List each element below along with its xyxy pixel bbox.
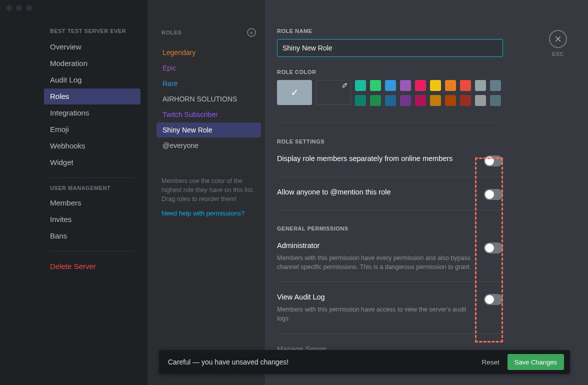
separator <box>162 161 256 162</box>
perm-view-audit-log-desc: Members with this permission have access… <box>277 305 477 323</box>
color-swatch[interactable] <box>460 80 471 91</box>
roles-list-column: ROLES + LegendaryEpicRareAIRHORN SOLUTIO… <box>148 0 265 385</box>
separator <box>49 251 136 252</box>
color-swatch[interactable] <box>355 95 366 106</box>
sidebar-item-invites[interactable]: Invites <box>44 212 140 228</box>
color-swatch[interactable] <box>490 80 501 91</box>
perm-administrator-label: Administrator <box>277 242 477 250</box>
general-permissions-header: GENERAL PERMISSIONS <box>277 226 503 232</box>
server-name-header: BEST TEST SERVER EVER <box>44 28 140 34</box>
close-esc-label: ESC <box>549 51 567 57</box>
color-swatch[interactable] <box>400 95 411 106</box>
color-swatch[interactable] <box>445 80 456 91</box>
save-changes-button[interactable]: Save Changes <box>508 354 564 370</box>
separator <box>277 123 503 124</box>
color-swatch[interactable] <box>475 80 486 91</box>
check-icon: ✓ <box>290 86 299 98</box>
role-color-label: ROLE COLOR <box>277 69 503 75</box>
custom-color-picker[interactable] <box>316 80 351 105</box>
eyedropper-icon <box>340 82 348 91</box>
roles-header-label: ROLES <box>162 30 182 36</box>
color-swatch[interactable] <box>475 95 486 106</box>
role-item[interactable]: @everyone <box>156 138 261 153</box>
color-swatch[interactable] <box>430 95 441 106</box>
sidebar-item-emoji[interactable]: Emoji <box>44 122 140 138</box>
window-dot <box>16 5 22 11</box>
color-swatch[interactable] <box>445 95 456 106</box>
color-swatch[interactable] <box>385 95 396 106</box>
user-management-header: USER MANAGEMENT <box>50 185 140 191</box>
sidebar-item-widget[interactable]: Widget <box>44 154 140 170</box>
close-button[interactable] <box>549 30 567 48</box>
role-edit-panel: ROLE NAME ROLE COLOR ✓ <box>265 0 588 385</box>
reset-button[interactable]: Reset <box>482 358 499 366</box>
window-controls <box>6 5 32 11</box>
close-settings: ESC <box>549 30 567 57</box>
role-item[interactable]: Shiny New Role <box>156 122 261 138</box>
color-swatch[interactable] <box>400 80 411 91</box>
unsaved-changes-bar: Careful — you have unsaved changes! Rese… <box>159 350 570 374</box>
color-swatch[interactable] <box>385 80 396 91</box>
color-swatch[interactable] <box>355 80 366 91</box>
unsaved-changes-text: Careful — you have unsaved changes! <box>168 358 288 366</box>
default-color-swatch[interactable]: ✓ <box>277 80 312 105</box>
sidebar-item-moderation[interactable]: Moderation <box>44 56 140 72</box>
color-swatch[interactable] <box>370 80 381 91</box>
perm-view-audit-log-toggle[interactable] <box>484 294 503 305</box>
separator <box>49 178 136 178</box>
sidebar-item-audit-log[interactable]: Audit Log <box>44 72 140 88</box>
color-swatch[interactable] <box>430 80 441 91</box>
sidebar-item-webhooks[interactable]: Webhooks <box>44 138 140 154</box>
role-item[interactable]: AIRHORN SOLUTIONS <box>156 92 261 106</box>
sidebar-item-bans[interactable]: Bans <box>44 228 140 244</box>
role-item[interactable]: Rare <box>156 76 261 91</box>
sidebar-item-roles[interactable]: Roles <box>44 88 140 104</box>
setting-display-separately-toggle[interactable] <box>484 156 503 166</box>
role-name-input[interactable] <box>277 39 503 57</box>
color-swatch[interactable] <box>370 95 381 106</box>
perm-administrator-toggle[interactable] <box>484 242 503 254</box>
add-role-button[interactable]: + <box>247 28 256 37</box>
perm-view-audit-log-label: View Audit Log <box>277 293 477 301</box>
app-root: BEST TEST SERVER EVER OverviewModeration… <box>0 0 588 385</box>
roles-hint-text: Members use the color of the highest rol… <box>156 176 261 204</box>
setting-allow-mention-label: Allow anyone to @mention this role <box>277 188 391 196</box>
delete-server-button[interactable]: Delete Server <box>44 258 140 274</box>
roles-list-header: ROLES + <box>156 28 261 37</box>
setting-display-separately-label: Display role members separately from onl… <box>277 154 452 162</box>
sidebar-item-overview[interactable]: Overview <box>44 39 140 55</box>
role-item[interactable]: Epic <box>156 60 261 76</box>
color-swatch[interactable] <box>490 95 501 106</box>
window-dot <box>6 5 12 11</box>
color-swatch[interactable] <box>415 80 426 91</box>
color-swatch[interactable] <box>415 95 426 106</box>
perm-administrator-desc: Members with this permission have every … <box>277 254 477 272</box>
role-settings-header: ROLE SETTINGS <box>277 138 503 144</box>
role-name-label: ROLE NAME <box>277 28 503 34</box>
sidebar-item-integrations[interactable]: Integrations <box>44 105 140 121</box>
settings-sidebar: BEST TEST SERVER EVER OverviewModeration… <box>0 0 148 385</box>
sidebar-item-members[interactable]: Members <box>44 195 140 211</box>
setting-allow-mention-toggle[interactable] <box>484 189 503 200</box>
role-item[interactable]: Twitch Subscriber <box>156 107 261 122</box>
permissions-help-link[interactable]: Need help with permissions? <box>156 210 261 217</box>
window-dot <box>26 5 32 11</box>
color-swatch[interactable] <box>460 95 471 106</box>
role-item[interactable]: Legendary <box>156 45 261 60</box>
